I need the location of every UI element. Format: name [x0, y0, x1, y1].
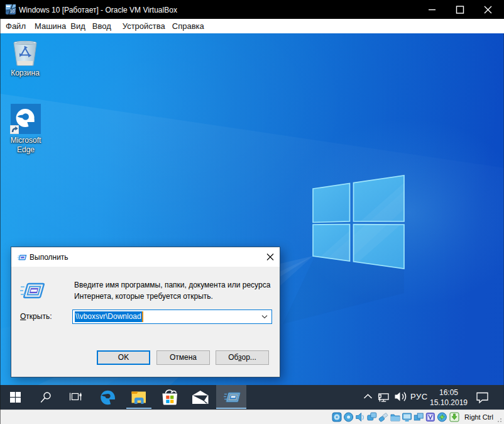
- svg-text:10: 10: [10, 9, 15, 13]
